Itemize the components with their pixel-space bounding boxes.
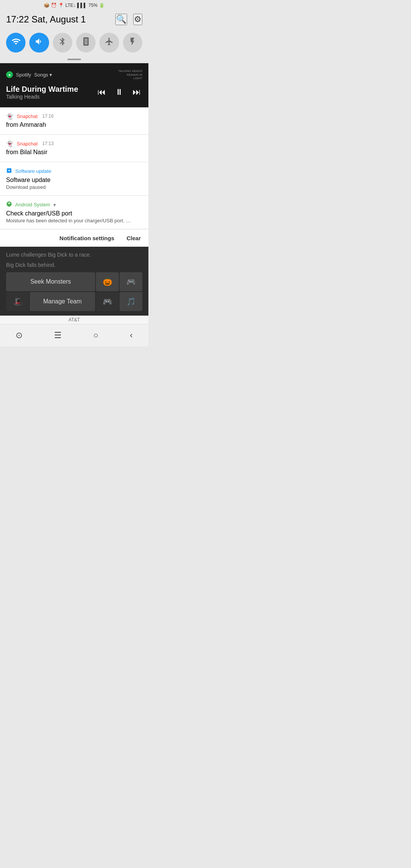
status-bar: 📦 ⏰ 📍 LTE↓ ▌▌▌ 75% 🔋 <box>0 0 148 11</box>
handle-bar <box>67 59 81 60</box>
airplane-toggle[interactable] <box>99 33 119 53</box>
lte-icon: LTE↓ <box>65 3 76 8</box>
notifications-panel: 👻 Snapchat 17:16 from Ammarah 👻 Snapchat… <box>0 107 148 247</box>
bg-text-2: Big Dick falls behind. <box>6 262 142 269</box>
media-app-name: Spotify <box>16 72 31 78</box>
home-icon: ⊙ <box>16 330 22 340</box>
alarm-icon: ⏰ <box>51 3 57 8</box>
home-circle-button[interactable]: ○ <box>87 329 104 342</box>
wifi-icon <box>11 37 21 48</box>
notification-software-update[interactable]: Software update Software update Download… <box>0 162 148 196</box>
snapchat-icon-2: 👻 <box>6 140 14 147</box>
grid-icon-2[interactable]: 🎮 <box>119 272 142 291</box>
location-icon: 📍 <box>58 3 64 8</box>
notif-title-3: Software update <box>6 177 142 183</box>
signal-icon: ▌▌▌ <box>77 3 87 8</box>
manage-team-button[interactable]: Manage Team <box>30 292 95 311</box>
notif-app-name-4: Android System <box>15 202 50 207</box>
notif-header-2: 👻 Snapchat 17:13 <box>6 140 142 147</box>
notif-title-1: from Ammarah <box>6 121 142 128</box>
notif-app-name-1: Snapchat <box>17 113 38 119</box>
bluetooth-icon <box>58 37 67 48</box>
media-track-title: Life During Wartime <box>6 85 96 94</box>
battery-icon: 🔋 <box>99 3 105 8</box>
sound-icon <box>35 37 44 48</box>
grid-icon-1[interactable]: 🎃 <box>96 272 119 291</box>
notif-time-2: 17:13 <box>42 141 54 146</box>
notif-time-1: 17:16 <box>42 113 54 119</box>
screen-lock-icon <box>81 37 91 48</box>
settings-button[interactable]: ⚙ <box>133 14 142 25</box>
recents-icon: ☰ <box>54 330 62 340</box>
notif-body-4: Moisture has been detected in your charg… <box>6 218 142 223</box>
header-actions: 🔍 ⚙ <box>115 14 142 25</box>
software-update-icon <box>6 168 12 175</box>
nav-bar: ⊙ ☰ ○ ‹ <box>0 324 148 346</box>
notification-settings-button[interactable]: Notification settings <box>59 235 114 241</box>
airplane-icon <box>105 37 114 48</box>
media-player: ● Spotify Songs ▾ TALKING HEADS REMAIN I… <box>0 63 148 107</box>
screen-lock-toggle[interactable] <box>76 33 96 53</box>
notif-header-3: Software update <box>6 168 142 175</box>
next-track-button[interactable]: ⏭ <box>131 86 142 99</box>
grid-icon-3: 🎩 <box>6 292 29 311</box>
flashlight-icon <box>128 37 137 48</box>
notif-title-2: from Bilal Nasir <box>6 149 142 156</box>
notification-snapchat-1[interactable]: 👻 Snapchat 17:16 from Ammarah <box>0 107 148 135</box>
bg-text-1: Lume challenges Big Dick to a race. <box>6 251 142 259</box>
notif-header-1: 👻 Snapchat 17:16 <box>6 113 142 120</box>
notif-body-3: Download paused <box>6 184 142 190</box>
album-art-text: TALKING HEADS REMAIN IN LIGHT <box>118 69 142 80</box>
circle-icon: ○ <box>93 330 98 340</box>
grid-icon-5[interactable]: 🎵 <box>119 292 142 311</box>
notif-header-4: Android System ▾ <box>6 201 142 209</box>
svg-point-1 <box>6 201 11 206</box>
sound-toggle[interactable] <box>29 33 49 53</box>
media-artist: Talking Heads <box>6 94 96 100</box>
datetime-display: 17:22 Sat, August 1 <box>6 14 86 25</box>
clear-button[interactable]: Clear <box>126 235 141 241</box>
seek-monsters-button[interactable]: Seek Monsters <box>6 272 95 291</box>
calendar-icon: 📦 <box>44 3 49 8</box>
home-button[interactable]: ⊙ <box>10 329 29 342</box>
spotify-icon: ● <box>6 71 13 78</box>
recents-button[interactable]: ☰ <box>48 329 68 342</box>
snapchat-icon-1: 👻 <box>6 113 14 120</box>
bg-grid-row2: 🎩 Manage Team 🎮 🎵 <box>6 292 142 311</box>
media-header: ● Spotify Songs ▾ TALKING HEADS REMAIN I… <box>6 69 142 80</box>
notif-title-4: Check charger/USB port <box>6 210 142 217</box>
svg-point-3 <box>10 203 10 203</box>
notification-android-system[interactable]: Android System ▾ Check charger/USB port … <box>0 196 148 229</box>
media-controls: ⏮ ⏸ ⏭ <box>96 86 142 99</box>
chevron-down-icon: ▾ <box>53 202 56 208</box>
media-track-row: Life During Wartime Talking Heads ⏮ ⏸ ⏭ <box>6 85 142 100</box>
prev-track-button[interactable]: ⏮ <box>96 86 107 99</box>
back-icon: ‹ <box>130 330 132 340</box>
media-app-info: ● Spotify Songs ▾ <box>6 71 52 78</box>
grid-icon-4: 🎮 <box>96 292 119 311</box>
flashlight-toggle[interactable] <box>123 33 142 53</box>
status-icons: 📦 ⏰ 📍 LTE↓ ▌▌▌ 75% 🔋 <box>44 3 105 8</box>
divider-handle <box>0 57 148 63</box>
android-system-icon <box>6 201 12 209</box>
wifi-toggle[interactable] <box>6 33 25 53</box>
media-track-info: Life During Wartime Talking Heads <box>6 85 96 100</box>
operator-bar: AT&T <box>0 316 148 324</box>
operator-label: AT&T <box>68 317 80 322</box>
media-playlist-label: Songs ▾ <box>34 72 52 78</box>
battery-text: 75% <box>88 3 97 8</box>
header-row: 17:22 Sat, August 1 🔍 ⚙ <box>0 11 148 30</box>
svg-point-2 <box>8 203 9 203</box>
bg-grid-row1: Seek Monsters 🎃 🎮 <box>6 272 142 291</box>
notif-app-name-3: Software update <box>15 168 51 174</box>
back-button[interactable]: ‹ <box>124 329 139 342</box>
pause-button[interactable]: ⏸ <box>113 86 125 99</box>
notification-snapchat-2[interactable]: 👻 Snapchat 17:13 from Bilal Nasir <box>0 135 148 162</box>
search-button[interactable]: 🔍 <box>115 14 127 25</box>
bottom-action-bar: Notification settings Clear <box>0 229 148 247</box>
notif-app-name-2: Snapchat <box>17 141 38 147</box>
bluetooth-toggle[interactable] <box>53 33 72 53</box>
quick-toggles <box>0 30 148 57</box>
bg-app-content: Lume challenges Big Dick to a race. Big … <box>0 247 148 316</box>
